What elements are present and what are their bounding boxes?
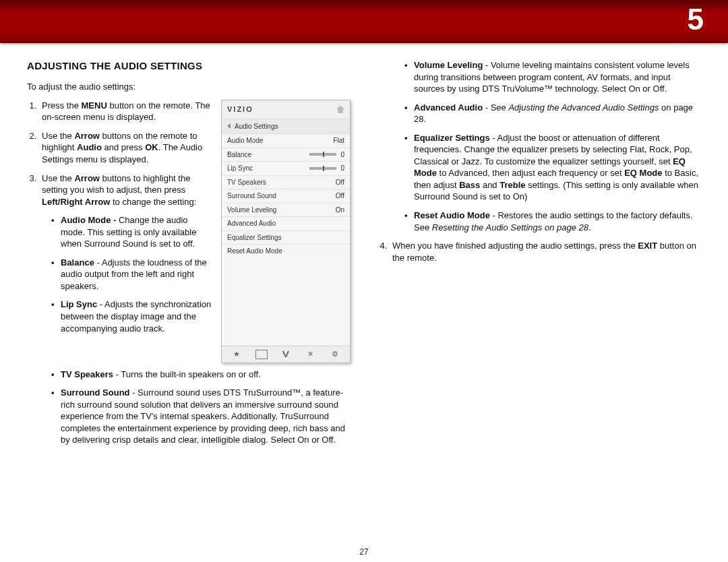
close-icon <box>304 350 316 359</box>
right-column: Volume Leveling - Volume leveling mainta… <box>377 59 701 453</box>
bullet-tv-speakers: TV Speakers - Turns the built-in speaker… <box>51 369 351 381</box>
osd-title-row: Audio Settings <box>222 119 350 135</box>
osd-row: Lip Sync0 <box>222 162 350 176</box>
bullet-volume-leveling: Volume Leveling - Volume leveling mainta… <box>404 59 701 95</box>
home-icon <box>336 105 344 113</box>
section-heading: ADJUSTING THE AUDIO SETTINGS <box>27 59 351 73</box>
v-icon <box>280 350 292 359</box>
bullet-reset-audio-mode: Reset Audio Mode - Restores the audio se… <box>404 210 701 233</box>
left-column: ADJUSTING THE AUDIO SETTINGS To adjust t… <box>27 59 351 453</box>
osd-footer-icons <box>222 346 350 363</box>
star-icon <box>231 350 243 359</box>
osd-row-value: On <box>336 206 344 215</box>
page-body: ADJUSTING THE AUDIO SETTINGS To adjust t… <box>0 43 728 458</box>
osd-row: Audio ModeFlat <box>222 134 350 148</box>
osd-header: VIZIO <box>222 100 350 119</box>
bullet-equalizer-settings: Equalizer Settings - Adjust the boost or… <box>404 132 701 203</box>
osd-row-label: TV Speakers <box>227 178 266 187</box>
osd-title-text: Audio Settings <box>235 122 278 131</box>
osd-row-label: Volume Leveling <box>227 206 276 215</box>
osd-row-value: Off <box>336 178 344 187</box>
osd-row-label: Surround Sound <box>227 191 276 201</box>
osd-row-label: Audio Mode <box>227 136 263 146</box>
screen-icon <box>255 350 268 359</box>
osd-row-value: Off <box>336 191 344 201</box>
osd-slider <box>309 167 336 170</box>
bullet-surround-sound: Surround Sound - Surround sound uses DTS… <box>51 387 351 446</box>
osd-row-label: Balance <box>227 150 251 160</box>
page-number: 27 <box>0 547 728 557</box>
bullet-lip-sync: Lip Sync - Adjusts the synchronization b… <box>51 299 351 334</box>
osd-row-value: Flat <box>333 136 344 146</box>
bullet-advanced-audio: Advanced Audio - See Adjusting the Advan… <box>404 102 701 125</box>
step-4: When you have finished adjusting the aud… <box>390 240 701 263</box>
bullet-balance: Balance - Adjusts the loudness of the au… <box>51 257 351 292</box>
gear-icon <box>329 350 341 359</box>
osd-row: Surround SoundOff <box>222 189 350 204</box>
osd-row-value: 0 <box>340 164 344 173</box>
back-arrow-icon <box>227 123 231 129</box>
osd-slider <box>309 153 336 156</box>
osd-row-label: Lip Sync <box>227 164 253 173</box>
bullet-audio-mode: Audio Mode - Change the audio mode. This… <box>51 214 351 250</box>
red-header-bar: 5 <box>0 0 728 43</box>
intro-text: To adjust the audio settings: <box>27 81 351 93</box>
osd-row: TV SpeakersOff <box>222 176 350 190</box>
chapter-number: 5 <box>688 3 704 36</box>
vizio-logo: VIZIO <box>227 104 253 115</box>
osd-row-value: 0 <box>340 150 344 160</box>
osd-row: Balance0 <box>222 148 350 162</box>
